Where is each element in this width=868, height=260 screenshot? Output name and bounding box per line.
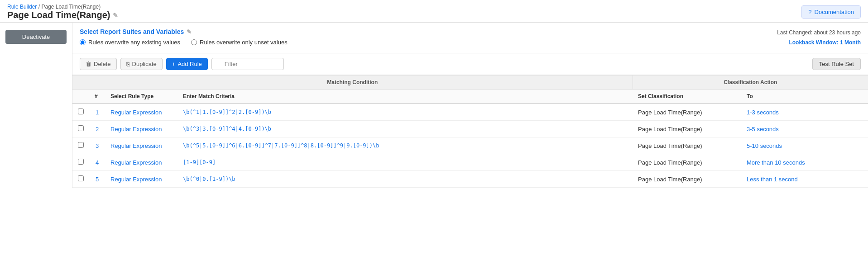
rule-type-link[interactable]: Regular Expression [110,176,162,183]
rules-table: Matching Condition Classification Action… [72,75,868,188]
to-link[interactable]: 5-10 seconds [747,142,782,149]
last-changed: Last Changed: about 23 hours ago [777,28,861,38]
page-title-text: Page Load Time(Range) [7,10,110,20]
page-title-edit-icon[interactable]: ✎ [113,12,118,19]
question-icon: ? [808,9,811,15]
lookback-value: 1 Month [840,39,861,46]
row-rule-type: Regular Expression [105,171,177,188]
add-rule-button[interactable]: + Add Rule [166,58,208,70]
delete-label: Delete [94,61,111,67]
table-row: 2 Regular Expression \b(^3|3.[0-9]]^4|4.… [72,121,868,137]
rule-type-link[interactable]: Regular Expression [110,159,162,166]
row-classification: Page Load Time(Range) [633,154,741,171]
to-link[interactable]: More than 10 seconds [747,159,805,166]
breadcrumb: Rule Builder / Page Load Time(Range) [7,4,118,10]
radio-group: Rules overwrite any existing values Rule… [80,39,288,46]
to-link[interactable]: 1-3 seconds [747,109,779,116]
row-classification: Page Load Time(Range) [633,137,741,154]
row-criteria: \b(^1|1.[0-9]]^2|2.[0-9])\b [177,104,633,121]
rule-type-link[interactable]: Regular Expression [110,142,162,149]
config-title-text: Select Report Suites and Variables [80,28,184,35]
row-num: 1 [89,104,105,121]
duplicate-button[interactable]: ⎘ Duplicate [120,58,163,70]
row-classification: Page Load Time(Range) [633,121,741,137]
col-header-row: # Select Rule Type Enter Match Criteria … [72,90,868,104]
to-link[interactable]: 3-5 seconds [747,126,779,132]
toolbar: 🗑 Delete ⎘ Duplicate + Add Rule 🔍 Test R… [72,53,868,75]
plus-icon: + [172,61,176,67]
filter-input[interactable] [211,58,284,70]
test-rule-set-button[interactable]: Test Rule Set [812,58,861,70]
row-to: 3-5 seconds [741,121,868,137]
config-bar: Select Report Suites and Variables ✎ Rul… [72,23,868,53]
row-num: 5 [89,171,105,188]
row-checkbox[interactable] [78,125,84,131]
row-rule-type: Regular Expression [105,121,177,137]
section-classification-header: Classification Action [633,76,868,90]
col-header-criteria: Enter Match Criteria [177,90,633,104]
row-to: 1-3 seconds [741,104,868,121]
table-row: 4 Regular Expression [1-9][0-9] Page Loa… [72,154,868,171]
rules-table-container: Matching Condition Classification Action… [72,75,868,188]
row-to: More than 10 seconds [741,154,868,171]
row-num: 3 [89,137,105,154]
row-rule-type: Regular Expression [105,154,177,171]
row-rule-type: Regular Expression [105,104,177,121]
row-checkbox[interactable] [78,142,84,148]
config-edit-icon[interactable]: ✎ [187,28,192,35]
table-row: 3 Regular Expression \b(^5|5.[0-9]]^6|6.… [72,137,868,154]
page-title: Page Load Time(Range) ✎ [7,10,118,20]
config-right: Last Changed: about 23 hours ago Lookbac… [777,28,861,47]
row-criteria: [1-9][0-9] [177,154,633,171]
breadcrumb-parent[interactable]: Rule Builder [7,4,37,10]
radio-overwrite-existing-label: Rules overwrite any existing values [88,39,180,46]
documentation-button[interactable]: ? Documentation [801,5,861,19]
documentation-label: Documentation [815,9,854,15]
breadcrumb-current: Page Load Time(Range) [41,4,101,10]
rule-type-link[interactable]: Regular Expression [110,126,162,132]
config-left: Select Report Suites and Variables ✎ Rul… [80,28,288,46]
row-rule-type: Regular Expression [105,137,177,154]
duplicate-icon: ⎘ [126,61,130,67]
radio-overwrite-unset[interactable]: Rules overwrite only unset values [191,39,288,46]
rule-type-link[interactable]: Regular Expression [110,109,162,116]
radio-overwrite-existing[interactable]: Rules overwrite any existing values [80,39,180,46]
section-matching-header: Matching Condition [72,76,633,90]
left-panel: Deactivate [0,23,72,188]
row-checkbox[interactable] [78,175,84,181]
row-num: 4 [89,154,105,171]
deactivate-button[interactable]: Deactivate [5,30,67,44]
row-checkbox[interactable] [78,109,84,114]
row-classification: Page Load Time(Range) [633,171,741,188]
table-row: 1 Regular Expression \b(^1|1.[0-9]]^2|2.… [72,104,868,121]
main-layout: Deactivate Select Report Suites and Vari… [0,23,868,188]
row-criteria: \b(^0|0.[1-9])\b [177,171,633,188]
add-rule-label: Add Rule [177,61,201,67]
row-checkbox[interactable] [78,159,84,165]
duplicate-label: Duplicate [132,61,157,67]
filter-wrap: 🔍 [211,58,284,70]
table-row: 5 Regular Expression \b(^0|0.[1-9])\b Pa… [72,171,868,188]
radio-overwrite-unset-input[interactable] [191,39,197,45]
col-header-rule-type: Select Rule Type [105,90,177,104]
trash-icon: 🗑 [86,61,91,67]
row-checkbox-cell [72,121,89,137]
row-to: 5-10 seconds [741,137,868,154]
delete-button[interactable]: 🗑 Delete [80,58,117,70]
table-body: 1 Regular Expression \b(^1|1.[0-9]]^2|2.… [72,104,868,188]
row-criteria: \b(^5|5.[0-9]]^6|6.[0-9]]^7|7.[0-9]]^8|8… [177,137,633,154]
row-num: 2 [89,121,105,137]
col-header-num: # [89,90,105,104]
row-checkbox-cell [72,154,89,171]
radio-overwrite-existing-input[interactable] [80,39,86,45]
to-link[interactable]: Less than 1 second [747,176,798,183]
section-header-row: Matching Condition Classification Action [72,76,868,90]
row-checkbox-cell [72,137,89,154]
row-to: Less than 1 second [741,171,868,188]
col-header-checkbox [72,90,89,104]
row-criteria: \b(^3|3.[0-9]]^4|4.[0-9])\b [177,121,633,137]
row-classification: Page Load Time(Range) [633,104,741,121]
toolbar-left: 🗑 Delete ⎘ Duplicate + Add Rule 🔍 [80,58,809,70]
col-header-classification: Set Classification [633,90,741,104]
top-bar: Rule Builder / Page Load Time(Range) Pag… [0,0,868,23]
